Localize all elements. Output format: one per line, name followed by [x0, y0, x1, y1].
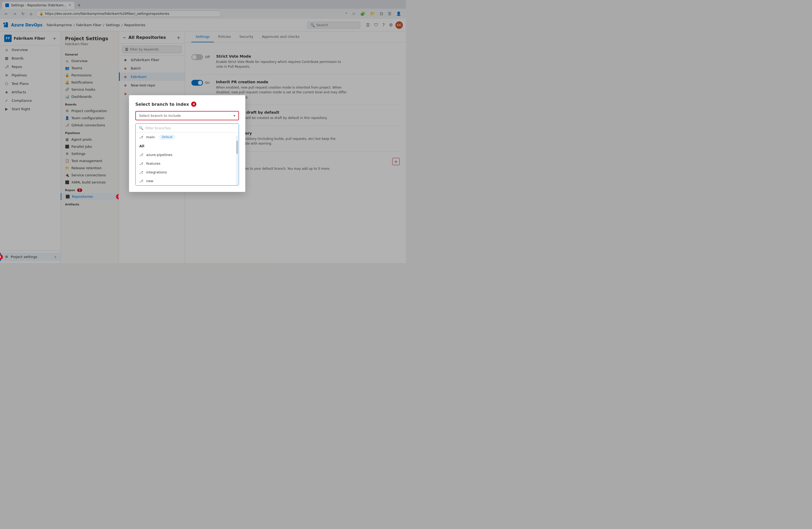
scrollbar-track [236, 135, 238, 185]
branch-list-all-header: All [135, 142, 239, 151]
branch-filter-input[interactable] [145, 126, 235, 130]
branch-list-item-main[interactable]: ⎇ main Default [135, 132, 239, 142]
azure-pipelines-branch-icon: ⎇ [139, 153, 144, 157]
modal-title-row: Select branch to index 4 [135, 101, 239, 107]
branch-select-trigger[interactable]: Select branch to include ▾ [135, 111, 239, 120]
modal-overlay: Select branch to index 4 Select branch t… [0, 0, 406, 264]
branch-list-azure-pipelines-label: azure-pipelines [146, 153, 172, 157]
branch-select-label: Select branch to include [139, 114, 181, 118]
branch-list-item-new[interactable]: ⎇ new [135, 176, 239, 185]
branch-list-item-integrations[interactable]: ⎇ integrations [135, 168, 239, 176]
branch-main-git-icon: ⎇ [139, 135, 144, 139]
modal-annotation-badge-4: 4 [191, 101, 197, 107]
branch-list-all-label: All [139, 144, 144, 148]
branch-search-icon: 🔍 [139, 126, 143, 130]
branch-list-item-features[interactable]: ⎇ features [135, 159, 239, 168]
branch-list-integrations-label: integrations [146, 170, 167, 174]
branch-search-bar[interactable]: 🔍 [135, 124, 239, 132]
branch-list-new-label: new [146, 179, 153, 183]
branch-list: ⎇ main Default All ⎇ azure-pipelines ⎇ f… [135, 132, 239, 185]
new-branch-icon: ⎇ [139, 179, 144, 183]
branch-dropdown-chevron-icon: ▾ [233, 114, 235, 118]
branch-list-main-default-badge: Default [159, 135, 175, 139]
branch-list-item-azure-pipelines[interactable]: ⎇ azure-pipelines [135, 151, 239, 159]
features-branch-icon: ⎇ [139, 161, 144, 166]
branch-list-main-label: main [146, 135, 155, 139]
modal-title-text: Select branch to index [135, 102, 189, 107]
select-branch-modal: Select branch to index 4 Select branch t… [129, 95, 245, 192]
scrollbar-thumb[interactable] [236, 141, 238, 154]
integrations-branch-icon: ⎇ [139, 170, 144, 174]
branch-dropdown: 🔍 ⎇ main Default All ⎇ azure-pipelines [135, 124, 239, 186]
branch-list-features-label: features [146, 161, 160, 166]
